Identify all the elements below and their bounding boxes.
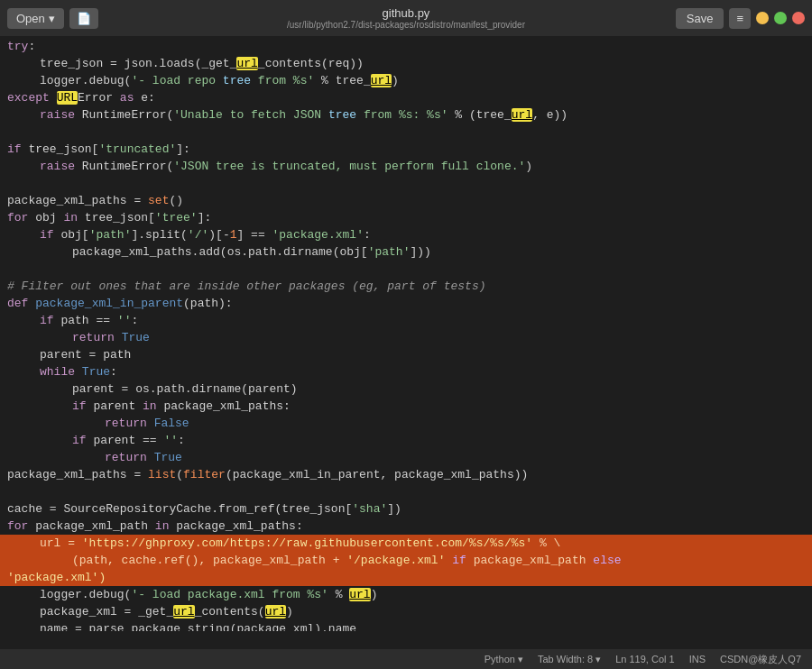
tab-width-arrow: ▾ <box>595 654 601 664</box>
code-line-highlighted: url = 'https://ghproxy.com/https://raw.g… <box>0 535 812 552</box>
maximize-button[interactable] <box>774 12 787 24</box>
close-button[interactable] <box>792 12 805 24</box>
watermark: CSDN@橡皮人Q7 <box>720 653 801 666</box>
insert-mode: INS <box>689 654 706 664</box>
title-path: /usr/lib/python2.7/dist-packages/rosdist… <box>287 20 525 30</box>
code-line: if parent == '': <box>0 432 812 449</box>
tab-width-label: Tab Width: 8 <box>538 654 593 664</box>
code-line: if path == '': <box>0 312 812 329</box>
code-line-highlighted: 'package.xml') <box>0 569 812 586</box>
code-line-highlighted: (path, cache.ref(), package_xml_path + '… <box>0 552 812 569</box>
code-editor[interactable]: try: tree_json = json.loads(_get_url_con… <box>0 36 812 631</box>
titlebar-right: Save ≡ <box>676 8 805 29</box>
code-line: return True <box>0 449 812 466</box>
code-line: package_xml_paths = set() <box>0 192 812 209</box>
folder-icon: 📄 <box>77 12 91 25</box>
code-line: # Filter out ones that are inside other … <box>0 278 812 295</box>
code-line: try: <box>0 38 812 55</box>
code-line: while True: <box>0 363 812 380</box>
code-line <box>0 124 812 141</box>
folder-icon-button[interactable]: 📄 <box>69 8 98 29</box>
code-line: if parent in package_xml_paths: <box>0 398 812 415</box>
menu-button[interactable]: ≡ <box>729 8 751 29</box>
code-line: tree_json = json.loads(_get_url_contents… <box>0 55 812 72</box>
code-line: for package_xml_path in package_xml_path… <box>0 518 812 535</box>
title-filename: github.py <box>287 6 525 20</box>
code-line: logger.debug('- load repo tree from %s' … <box>0 72 812 89</box>
code-line: parent = path <box>0 346 812 363</box>
language-selector[interactable]: Python ▾ <box>484 654 523 665</box>
code-line: return False <box>0 415 812 432</box>
open-button[interactable]: Open ▾ <box>7 8 64 29</box>
code-line: cache = SourceRepositoryCache.from_ref(t… <box>0 500 812 518</box>
code-line: logger.debug('- load package.xml from %s… <box>0 586 812 603</box>
code-line: if obj['path'].split('/')[-1] == 'packag… <box>0 226 812 243</box>
minimize-button[interactable] <box>756 12 769 24</box>
code-line: package_xml = _get_url_contents(url) <box>0 603 812 620</box>
open-chevron-icon: ▾ <box>49 12 55 25</box>
titlebar-center: github.py /usr/lib/python2.7/dist-packag… <box>287 6 525 30</box>
code-line: return True <box>0 329 812 346</box>
language-arrow: ▾ <box>518 654 523 664</box>
cursor-position: Ln 119, Col 1 <box>615 654 674 664</box>
titlebar-left: Open ▾ 📄 <box>7 8 98 29</box>
statusbar: Python ▾ Tab Width: 8 ▾ Ln 119, Col 1 IN… <box>0 649 812 669</box>
code-line <box>0 483 812 500</box>
code-line: raise RuntimeError('Unable to fetch JSON… <box>0 106 812 124</box>
code-line: parent = os.path.dirname(parent) <box>0 380 812 398</box>
code-line: except URLError as e: <box>0 89 812 106</box>
code-line: if tree_json['truncated']: <box>0 141 812 158</box>
code-line: raise RuntimeError('JSON tree is truncat… <box>0 158 812 175</box>
save-button[interactable]: Save <box>676 8 724 29</box>
code-line: def package_xml_in_parent(path): <box>0 295 812 312</box>
language-label: Python <box>484 654 515 664</box>
code-line <box>0 261 812 278</box>
code-line <box>0 175 812 192</box>
tab-width-selector[interactable]: Tab Width: 8 ▾ <box>538 654 601 665</box>
code-line: package_xml_paths = list(filter(package_… <box>0 466 812 483</box>
code-line: for obj in tree_json['tree']: <box>0 209 812 226</box>
titlebar: Open ▾ 📄 github.py /usr/lib/python2.7/di… <box>0 0 812 36</box>
code-line: package_xml_paths.add(os.path.dirname(ob… <box>0 243 812 261</box>
statusbar-right: Python ▾ Tab Width: 8 ▾ Ln 119, Col 1 IN… <box>484 653 801 666</box>
code-line: name = parse_package_string(package_xml)… <box>0 620 812 631</box>
open-label: Open <box>16 12 45 25</box>
